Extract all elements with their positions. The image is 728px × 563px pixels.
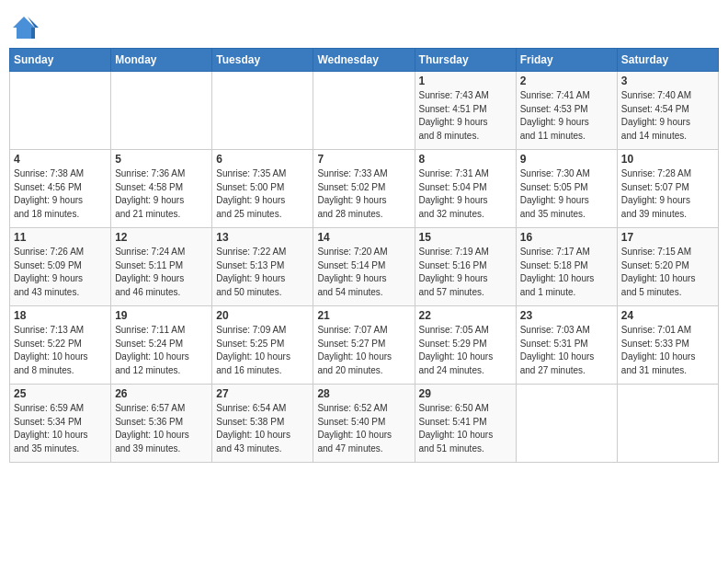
day-info: Sunrise: 7:05 AM Sunset: 5:29 PM Dayligh… [419,324,512,377]
day-info: Sunrise: 7:26 AM Sunset: 5:09 PM Dayligh… [14,246,107,299]
day-number: 9 [520,153,613,166]
day-info: Sunrise: 7:13 AM Sunset: 5:22 PM Dayligh… [14,324,107,377]
day-info: Sunrise: 6:57 AM Sunset: 5:36 PM Dayligh… [115,402,208,455]
calendar-cell: 23Sunrise: 7:03 AM Sunset: 5:31 PM Dayli… [516,306,617,385]
calendar-cell: 1Sunrise: 7:43 AM Sunset: 4:51 PM Daylig… [415,72,516,150]
calendar-cell: 16Sunrise: 7:17 AM Sunset: 5:18 PM Dayli… [516,228,617,306]
day-header-sunday: Sunday [10,49,111,72]
day-number: 3 [621,75,714,87]
calendar-cell: 2Sunrise: 7:41 AM Sunset: 4:53 PM Daylig… [516,72,617,150]
calendar-week-2: 4Sunrise: 7:38 AM Sunset: 4:56 PM Daylig… [10,150,719,228]
day-header-friday: Friday [516,49,617,72]
day-header-monday: Monday [111,49,212,72]
calendar-cell: 9Sunrise: 7:30 AM Sunset: 5:05 PM Daylig… [516,150,617,228]
day-info: Sunrise: 7:38 AM Sunset: 4:56 PM Dayligh… [14,167,107,221]
day-info: Sunrise: 7:35 AM Sunset: 5:00 PM Dayligh… [216,167,309,221]
day-number: 10 [621,153,714,166]
day-number: 1 [419,75,512,87]
calendar-cell: 7Sunrise: 7:33 AM Sunset: 5:02 PM Daylig… [313,150,415,228]
calendar-cell: 15Sunrise: 7:19 AM Sunset: 5:16 PM Dayli… [415,228,516,306]
day-info: Sunrise: 7:31 AM Sunset: 5:04 PM Dayligh… [419,167,512,221]
calendar-cell: 5Sunrise: 7:36 AM Sunset: 4:58 PM Daylig… [111,150,212,228]
logo-icon [9,13,39,42]
day-number: 17 [621,231,714,244]
day-info: Sunrise: 7:33 AM Sunset: 5:02 PM Dayligh… [317,167,410,221]
day-number: 7 [317,153,410,166]
day-info: Sunrise: 7:09 AM Sunset: 5:25 PM Dayligh… [216,324,309,377]
day-info: Sunrise: 7:11 AM Sunset: 5:24 PM Dayligh… [115,324,208,377]
calendar-cell: 24Sunrise: 7:01 AM Sunset: 5:33 PM Dayli… [617,306,718,385]
day-info: Sunrise: 6:59 AM Sunset: 5:34 PM Dayligh… [14,402,107,455]
day-number: 20 [216,309,309,322]
calendar-header: SundayMondayTuesdayWednesdayThursdayFrid… [10,49,719,72]
calendar-cell: 28Sunrise: 6:52 AM Sunset: 5:40 PM Dayli… [313,385,415,463]
day-number: 4 [14,153,107,166]
day-number: 29 [419,387,512,400]
calendar-cell: 19Sunrise: 7:11 AM Sunset: 5:24 PM Dayli… [111,306,212,385]
calendar-cell [313,72,415,150]
day-info: Sunrise: 7:22 AM Sunset: 5:13 PM Dayligh… [216,246,309,299]
day-header-saturday: Saturday [617,49,718,72]
day-number: 19 [115,309,208,322]
day-header-tuesday: Tuesday [212,49,313,72]
day-number: 25 [14,387,107,400]
day-number: 18 [14,309,107,322]
calendar-cell: 11Sunrise: 7:26 AM Sunset: 5:09 PM Dayli… [10,228,111,306]
calendar-body: 1Sunrise: 7:43 AM Sunset: 4:51 PM Daylig… [10,72,719,463]
day-info: Sunrise: 6:52 AM Sunset: 5:40 PM Dayligh… [317,402,410,455]
calendar-table: SundayMondayTuesdayWednesdayThursdayFrid… [9,48,719,463]
calendar-cell: 8Sunrise: 7:31 AM Sunset: 5:04 PM Daylig… [415,150,516,228]
day-number: 28 [317,387,410,400]
day-number: 26 [115,387,208,400]
day-header-wednesday: Wednesday [313,49,415,72]
day-header-thursday: Thursday [415,49,516,72]
calendar-cell: 13Sunrise: 7:22 AM Sunset: 5:13 PM Dayli… [212,228,313,306]
calendar-cell [10,72,111,150]
day-info: Sunrise: 7:07 AM Sunset: 5:27 PM Dayligh… [317,324,410,377]
calendar-cell: 10Sunrise: 7:28 AM Sunset: 5:07 PM Dayli… [617,150,718,228]
calendar-cell: 14Sunrise: 7:20 AM Sunset: 5:14 PM Dayli… [313,228,415,306]
day-number: 16 [520,231,613,244]
calendar-week-3: 11Sunrise: 7:26 AM Sunset: 5:09 PM Dayli… [10,228,719,306]
page-header [9,9,719,42]
calendar-week-4: 18Sunrise: 7:13 AM Sunset: 5:22 PM Dayli… [10,306,719,385]
day-number: 11 [14,231,107,244]
day-info: Sunrise: 7:01 AM Sunset: 5:33 PM Dayligh… [621,324,714,377]
day-number: 27 [216,387,309,400]
calendar-week-5: 25Sunrise: 6:59 AM Sunset: 5:34 PM Dayli… [10,385,719,463]
calendar-week-1: 1Sunrise: 7:43 AM Sunset: 4:51 PM Daylig… [10,72,719,150]
day-number: 23 [520,309,613,322]
calendar-cell: 27Sunrise: 6:54 AM Sunset: 5:38 PM Dayli… [212,385,313,463]
day-number: 14 [317,231,410,244]
day-number: 6 [216,153,309,166]
calendar-cell [212,72,313,150]
day-number: 22 [419,309,512,322]
day-info: Sunrise: 7:03 AM Sunset: 5:31 PM Dayligh… [520,324,613,377]
calendar-cell: 26Sunrise: 6:57 AM Sunset: 5:36 PM Dayli… [111,385,212,463]
calendar-cell: 21Sunrise: 7:07 AM Sunset: 5:27 PM Dayli… [313,306,415,385]
calendar-cell: 3Sunrise: 7:40 AM Sunset: 4:54 PM Daylig… [617,72,718,150]
day-number: 21 [317,309,410,322]
day-info: Sunrise: 6:54 AM Sunset: 5:38 PM Dayligh… [216,402,309,455]
day-info: Sunrise: 7:19 AM Sunset: 5:16 PM Dayligh… [419,246,512,299]
logo [9,13,42,42]
day-info: Sunrise: 7:24 AM Sunset: 5:11 PM Dayligh… [115,246,208,299]
calendar-cell: 20Sunrise: 7:09 AM Sunset: 5:25 PM Dayli… [212,306,313,385]
calendar-cell: 17Sunrise: 7:15 AM Sunset: 5:20 PM Dayli… [617,228,718,306]
day-info: Sunrise: 7:17 AM Sunset: 5:18 PM Dayligh… [520,246,613,299]
calendar-cell [111,72,212,150]
calendar-cell: 6Sunrise: 7:35 AM Sunset: 5:00 PM Daylig… [212,150,313,228]
day-number: 12 [115,231,208,244]
calendar-cell: 22Sunrise: 7:05 AM Sunset: 5:29 PM Dayli… [415,306,516,385]
day-number: 13 [216,231,309,244]
day-info: Sunrise: 7:43 AM Sunset: 4:51 PM Dayligh… [419,89,512,143]
day-number: 24 [621,309,714,322]
day-number: 15 [419,231,512,244]
calendar-cell: 29Sunrise: 6:50 AM Sunset: 5:41 PM Dayli… [415,385,516,463]
day-info: Sunrise: 7:36 AM Sunset: 4:58 PM Dayligh… [115,167,208,221]
calendar-cell: 25Sunrise: 6:59 AM Sunset: 5:34 PM Dayli… [10,385,111,463]
day-info: Sunrise: 7:30 AM Sunset: 5:05 PM Dayligh… [520,167,613,221]
day-number: 2 [520,75,613,87]
day-info: Sunrise: 6:50 AM Sunset: 5:41 PM Dayligh… [419,402,512,455]
day-info: Sunrise: 7:40 AM Sunset: 4:54 PM Dayligh… [621,89,714,143]
